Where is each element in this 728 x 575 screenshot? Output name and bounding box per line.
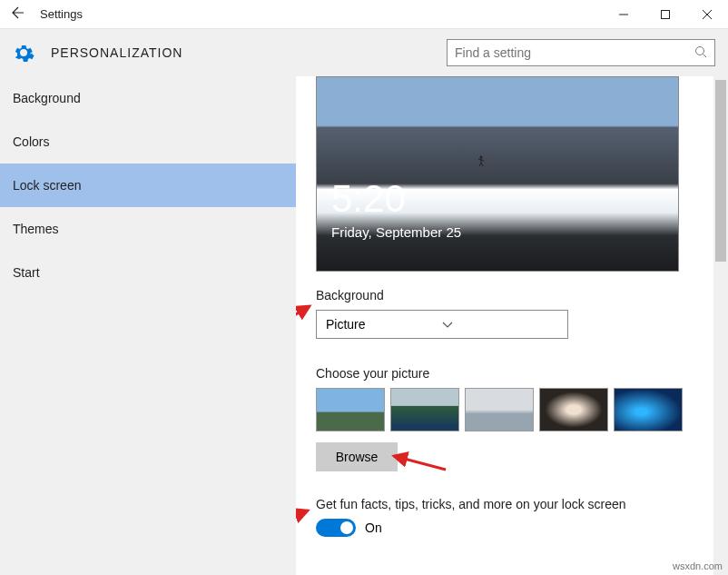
sidebar-item-label: Start <box>13 265 40 280</box>
choose-picture-label: Choose your picture <box>316 366 710 381</box>
chevron-down-icon <box>442 317 558 332</box>
arrow-left-icon <box>11 5 25 20</box>
sidebar-item-background[interactable]: Background <box>0 76 296 120</box>
svg-point-1 <box>696 46 704 55</box>
sidebar-item-lock-screen[interactable]: Lock screen <box>0 164 296 207</box>
picture-thumb-2[interactable] <box>390 388 459 431</box>
picture-thumb-4[interactable] <box>539 388 608 431</box>
picture-thumb-3[interactable] <box>465 388 534 431</box>
background-dropdown[interactable]: Picture <box>316 310 568 339</box>
hiker-icon <box>477 155 485 166</box>
browse-button[interactable]: Browse <box>316 442 398 471</box>
svg-rect-0 <box>662 10 670 18</box>
sidebar-item-label: Background <box>13 91 81 105</box>
close-icon <box>703 10 712 19</box>
preview-date: Friday, September 25 <box>331 224 461 240</box>
page-title: PERSONALIZATION <box>51 45 182 60</box>
minimize-icon <box>619 10 628 19</box>
maximize-button[interactable] <box>644 0 686 29</box>
fun-facts-label: Get fun facts, tips, tricks, and more on… <box>316 497 710 511</box>
sidebar-item-colors[interactable]: Colors <box>0 120 296 164</box>
sidebar-item-themes[interactable]: Themes <box>0 207 296 251</box>
sidebar-item-start[interactable]: Start <box>0 251 296 294</box>
sidebar: Background Colors Lock screen Themes Sta… <box>0 76 296 575</box>
preview-time: 5:20 <box>331 177 406 221</box>
toggle-knob <box>340 521 353 534</box>
search-icon <box>694 45 707 61</box>
window-title: Settings <box>40 7 83 21</box>
close-button[interactable] <box>686 0 728 29</box>
scrollbar[interactable] <box>713 76 728 575</box>
titlebar: Settings <box>0 0 728 29</box>
picture-thumbnails <box>316 388 710 431</box>
picture-thumb-1[interactable] <box>316 388 385 431</box>
watermark: wsxdn.com <box>673 560 723 571</box>
fun-facts-toggle[interactable] <box>316 519 356 537</box>
back-button[interactable] <box>0 5 36 24</box>
picture-thumb-5[interactable] <box>614 388 683 431</box>
window-controls <box>603 0 728 29</box>
background-label: Background <box>316 288 710 302</box>
scrollbar-thumb[interactable] <box>715 80 726 262</box>
search-input[interactable] <box>455 45 694 60</box>
header: PERSONALIZATION <box>0 29 728 76</box>
content-area: 5:20 Friday, September 25 Background Pic… <box>296 76 728 575</box>
maximize-icon <box>661 10 670 19</box>
sidebar-item-label: Themes <box>13 222 59 236</box>
gear-icon <box>13 42 34 64</box>
minimize-button[interactable] <box>603 0 644 29</box>
sidebar-item-label: Lock screen <box>13 178 81 193</box>
annotation-arrow-3 <box>296 503 314 530</box>
lock-screen-preview: 5:20 Friday, September 25 <box>316 76 679 272</box>
sidebar-item-label: Colors <box>13 134 49 149</box>
dropdown-value: Picture <box>326 317 442 332</box>
toggle-state-label: On <box>365 520 382 535</box>
search-box[interactable] <box>447 39 715 66</box>
